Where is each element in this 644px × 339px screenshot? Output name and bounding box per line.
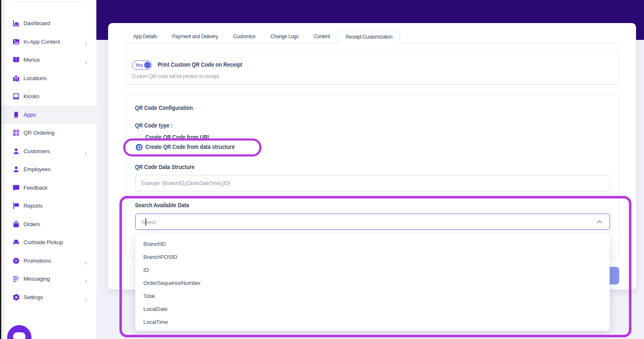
chevron-right-icon	[85, 58, 88, 62]
sidebar-item-label: Employees	[23, 166, 51, 172]
sidebar: Dashboard In-App Content Menus Locations…	[1, 0, 96, 339]
sidebar-top-divider	[13, 1, 84, 2]
qr-data-structure-label: QR Code Data Structure	[135, 164, 195, 170]
qr-type-option-data-structure[interactable]: Create QR Code from data structure	[136, 144, 253, 151]
toggle-value-label: Yes	[135, 63, 143, 68]
text-cursor	[145, 218, 146, 226]
print-qr-title: Print Custom QR Code on Receipt	[158, 61, 242, 68]
search-available-data-select[interactable]: Select	[135, 214, 610, 230]
tab-app-details[interactable]: App Details	[126, 30, 165, 43]
settings-icon	[13, 294, 20, 301]
sidebar-item-label: Reports	[23, 203, 43, 209]
sidebar-item-promotions[interactable]: Promotions	[1, 252, 96, 270]
dropdown-option-localtime[interactable]: LocalTime	[135, 316, 610, 329]
sidebar-item-label: Messaging	[23, 276, 50, 282]
sidebar-item-menus[interactable]: Menus	[1, 51, 96, 69]
screen-edge-strip	[0, 0, 1, 339]
select-placeholder: Select	[141, 219, 156, 225]
qr-data-structure-input[interactable]	[135, 175, 610, 191]
sidebar-item-label: Promotions	[23, 258, 51, 264]
sidebar-item-label: Orders	[23, 221, 40, 227]
sidebar-item-messaging[interactable]: Messaging	[1, 270, 96, 288]
sidebar-item-apps[interactable]: Apps	[1, 106, 96, 124]
tab-receipt-customization[interactable]: Receipt Customization	[338, 30, 401, 44]
messaging-icon	[13, 275, 20, 282]
sidebar-item-label: Menus	[23, 57, 40, 63]
curbside-pickup-icon	[13, 239, 20, 246]
tab-bar: App DetailsPayment and DeliveryCustomize…	[126, 30, 619, 43]
menus-icon	[13, 56, 20, 63]
sidebar-item-label: Kiosks	[23, 93, 39, 99]
chevron-right-icon	[85, 259, 88, 262]
qr-config-panel: QR Code Configuration QR Code type : Cre…	[126, 94, 619, 258]
sidebar-item-dashboard[interactable]: Dashboard	[1, 14, 96, 33]
chevron-right-icon	[85, 149, 88, 153]
tab-change-logs[interactable]: Change Logs	[263, 30, 306, 43]
dropdown-option-branchposid[interactable]: BranchPOSID	[135, 250, 610, 263]
tab-customize[interactable]: Customize	[225, 30, 263, 43]
sidebar-item-label: Customers	[23, 148, 50, 154]
apps-icon	[13, 111, 20, 118]
chevron-right-icon	[85, 277, 88, 281]
qr-type-option-data-structure-label: Create QR Code from data structure	[145, 143, 235, 150]
sidebar-item-locations[interactable]: Locations	[1, 69, 96, 88]
in-app-content-icon	[13, 38, 20, 45]
promotions-icon	[13, 257, 20, 264]
dropdown-option-id[interactable]: ID	[135, 263, 610, 276]
sidebar-item-feedback[interactable]: Feedback	[1, 179, 96, 197]
sidebar-item-customers[interactable]: Customers	[1, 142, 96, 161]
sidebar-item-label: Apps	[23, 112, 36, 118]
print-qr-panel: Yes Print Custom QR Code on Receipt Cust…	[126, 50, 619, 85]
chevron-right-icon	[85, 40, 88, 43]
sidebar-item-curbside-pickup[interactable]: Curbside Pickup	[1, 233, 96, 252]
customers-icon	[13, 148, 20, 155]
dropdown-option-ordersequencenumber[interactable]: OrderSequenceNumber	[135, 276, 610, 289]
orders-icon	[13, 221, 20, 228]
locations-icon	[13, 75, 20, 82]
sidebar-item-qr-ordering[interactable]: QR Ordering	[1, 124, 96, 142]
sidebar-item-reports[interactable]: Reports	[1, 197, 96, 215]
reports-icon	[13, 202, 20, 209]
sidebar-item-employees[interactable]: Employees	[1, 160, 96, 179]
sidebar-item-label: Curbside Pickup	[23, 239, 63, 245]
qr-config-title: QR Code Configuration	[135, 104, 193, 111]
dropdown-option-localdate[interactable]: LocalDate	[135, 302, 610, 316]
search-available-data-label: Search Available Data	[135, 202, 189, 208]
dropdown-list: BranchIDBranchPOSIDIDOrderSequenceNumber…	[135, 237, 610, 329]
sidebar-item-label: Dashboard	[23, 20, 50, 26]
sidebar-item-label: Locations	[23, 75, 47, 81]
employees-icon	[13, 166, 20, 173]
sidebar-item-settings[interactable]: Settings	[1, 288, 96, 307]
sidebar-item-label: In-App Content	[23, 39, 60, 45]
tab-payment-and-delivery[interactable]: Payment and Delivery	[165, 30, 225, 43]
radio-selected-icon[interactable]	[136, 144, 142, 151]
qr-code-type-label: QR Code type :	[135, 122, 173, 128]
sidebar-item-kiosks[interactable]: Kiosks	[1, 87, 96, 106]
sidebar-menu: Dashboard In-App Content Menus Locations…	[1, 14, 96, 306]
sidebar-item-label: QR Ordering	[23, 130, 54, 136]
dashboard-icon	[13, 20, 20, 27]
chevron-right-icon	[85, 295, 88, 299]
qr-type-option-url-label: Create QR Code from URL	[145, 134, 211, 140]
chevron-up-icon[interactable]	[597, 220, 602, 223]
print-qr-toggle[interactable]: Yes	[132, 60, 152, 70]
sidebar-item-label: Feedback	[23, 185, 47, 191]
feedback-icon	[13, 184, 20, 191]
radio-unselected-icon[interactable]	[136, 134, 142, 141]
dropdown-option-total[interactable]: Total	[135, 289, 610, 302]
sidebar-item-label: Settings	[23, 294, 43, 300]
kiosks-icon	[13, 93, 20, 100]
search-data-dropdown: BranchIDBranchPOSIDIDOrderSequenceNumber…	[135, 234, 610, 331]
chat-bubble-icon	[13, 332, 26, 339]
qr-ordering-icon	[13, 129, 20, 136]
print-qr-subtitle: Custom QR code will be printed on receip…	[132, 73, 219, 79]
tab-content[interactable]: Content	[306, 30, 337, 43]
dropdown-option-branchid[interactable]: BranchID	[135, 237, 610, 250]
sidebar-item-orders[interactable]: Orders	[1, 215, 96, 234]
sidebar-item-in-app-content[interactable]: In-App Content	[1, 33, 96, 51]
qr-type-option-url[interactable]: Create QR Code from URL	[136, 134, 224, 141]
toggle-knob	[144, 62, 151, 68]
